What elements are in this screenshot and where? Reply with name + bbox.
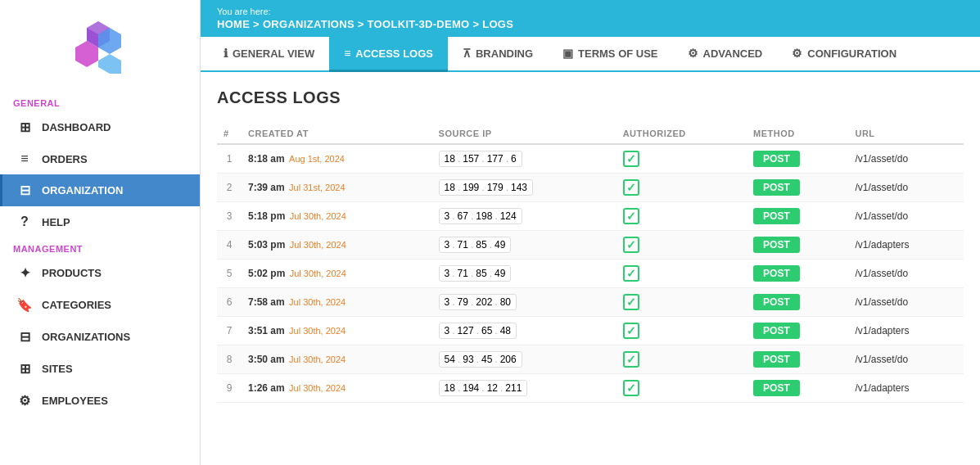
ip-part: 202 bbox=[476, 296, 492, 308]
row-created-at: 1:26 am Jul 30th, 2024 bbox=[242, 374, 432, 403]
row-authorized: ✓ bbox=[616, 174, 747, 202]
ip-part: 3 bbox=[445, 296, 450, 308]
ip-part: 206 bbox=[500, 354, 517, 365]
ip-display: 3.67.198.124 bbox=[439, 208, 522, 224]
row-created-at: 8:18 am Aug 1st, 2024 bbox=[242, 144, 432, 174]
row-source-ip: 18.199.179.143 bbox=[432, 174, 616, 202]
row-method: POST bbox=[747, 174, 848, 202]
sidebar-item-organization[interactable]: ⊟ ORGANIZATION bbox=[0, 174, 200, 206]
ip-dot: . bbox=[495, 325, 497, 336]
sidebar-item-orders[interactable]: ≡ ORDERS bbox=[0, 143, 200, 174]
ip-dot: . bbox=[452, 268, 454, 279]
ip-part: 79 bbox=[458, 296, 468, 308]
row-source-ip: 18.157.177.6 bbox=[432, 144, 616, 174]
row-num: 5 bbox=[217, 260, 242, 288]
row-created-at: 7:58 am Jul 30th, 2024 bbox=[242, 288, 432, 317]
ip-part: 3 bbox=[445, 325, 450, 336]
row-source-ip: 54.93.45.206 bbox=[432, 345, 616, 374]
help-icon: ? bbox=[16, 214, 34, 229]
sidebar-item-employees[interactable]: ⚙ EMPLOYEES bbox=[0, 385, 200, 417]
date-value: Jul 30th, 2024 bbox=[290, 240, 346, 250]
row-url: /v1/asset/do bbox=[848, 202, 964, 231]
sidebar-item-products[interactable]: ✦ PRODUCTS bbox=[0, 257, 200, 289]
method-badge: POST bbox=[753, 237, 800, 253]
svg-marker-3 bbox=[98, 54, 121, 74]
authorized-check: ✓ bbox=[623, 351, 639, 368]
logo bbox=[0, 0, 200, 92]
tab-advanced[interactable]: ⚙ ADVANCED bbox=[673, 37, 778, 72]
sidebar-item-dashboard[interactable]: ⊞ DASHBOARD bbox=[0, 111, 200, 143]
authorized-check: ✓ bbox=[623, 380, 639, 396]
ip-part: 198 bbox=[476, 210, 492, 222]
ip-part: 67 bbox=[458, 210, 468, 222]
tab-terms-of-use[interactable]: ▣ TERMS OF USE bbox=[548, 37, 673, 72]
row-num: 8 bbox=[217, 345, 242, 374]
ip-part: 177 bbox=[487, 153, 504, 165]
row-method: POST bbox=[747, 202, 848, 231]
authorized-check: ✓ bbox=[623, 151, 639, 167]
breadcrumb-path: HOME > ORGANIZATIONS > TOOLKIT-3D-DEMO >… bbox=[217, 18, 964, 30]
ip-display: 18.194.12.211 bbox=[439, 380, 528, 396]
tab-configuration[interactable]: ⚙ CONFIGURATION bbox=[777, 37, 911, 72]
ip-display: 3.127.65.48 bbox=[439, 323, 517, 339]
ip-dot: . bbox=[495, 296, 497, 308]
row-created-at: 3:50 am Jul 30th, 2024 bbox=[242, 345, 432, 374]
advanced-icon: ⚙ bbox=[688, 47, 698, 60]
terms-icon: ▣ bbox=[562, 47, 573, 60]
ip-part: 49 bbox=[495, 239, 505, 251]
sidebar-item-help[interactable]: ? HELP bbox=[0, 206, 200, 237]
sidebar: GENERAL ⊞ DASHBOARD ≡ ORDERS ⊟ ORGANIZAT… bbox=[0, 0, 201, 465]
authorized-check: ✓ bbox=[623, 208, 639, 224]
time-value: 1:26 am bbox=[248, 382, 285, 394]
row-num: 1 bbox=[217, 144, 242, 174]
row-created-at: 5:02 pm Jul 30th, 2024 bbox=[242, 260, 432, 288]
ip-display: 3.71.85.49 bbox=[439, 265, 512, 282]
table-row: 67:58 am Jul 30th, 20243.79.202.80✓POST/… bbox=[217, 288, 964, 317]
row-num: 4 bbox=[217, 231, 242, 260]
ip-part: 211 bbox=[505, 382, 522, 394]
time-value: 3:50 am bbox=[248, 354, 285, 365]
ip-dot: . bbox=[458, 153, 460, 165]
authorized-check: ✓ bbox=[623, 265, 639, 282]
row-url: /v1/asset/do bbox=[848, 144, 964, 174]
tab-access-logs[interactable]: ≡ ACCESS LOGS bbox=[329, 37, 448, 72]
sidebar-item-categories[interactable]: 🔖 CATEGORIES bbox=[0, 289, 200, 321]
ip-dot: . bbox=[481, 153, 484, 165]
date-value: Jul 30th, 2024 bbox=[290, 269, 346, 278]
ip-part: 179 bbox=[487, 182, 504, 193]
sidebar-item-organizations[interactable]: ⊟ ORGANIZATIONS bbox=[0, 321, 200, 353]
date-value: Jul 30th, 2024 bbox=[289, 326, 345, 336]
ip-dot: . bbox=[495, 354, 497, 365]
ip-part: 6 bbox=[511, 153, 517, 165]
ip-dot: . bbox=[500, 382, 503, 394]
page-content: ACCESS LOGS # CREATED AT SOURCE IP AUTHO… bbox=[201, 72, 980, 465]
method-badge: POST bbox=[753, 294, 800, 310]
ip-part: 80 bbox=[500, 296, 511, 308]
tab-branding[interactable]: ⊼ BRANDING bbox=[448, 37, 548, 72]
row-method: POST bbox=[747, 288, 848, 317]
ip-dot: . bbox=[452, 239, 454, 251]
ip-part: 127 bbox=[458, 325, 474, 336]
table-row: 83:50 am Jul 30th, 202454.93.45.206✓POST… bbox=[217, 345, 964, 374]
ip-dot: . bbox=[452, 296, 454, 308]
sidebar-item-sites[interactable]: ⊞ SITES bbox=[0, 353, 200, 385]
employees-icon: ⚙ bbox=[16, 393, 34, 409]
date-value: Jul 30th, 2024 bbox=[289, 383, 345, 393]
ip-display: 3.79.202.80 bbox=[439, 294, 517, 310]
col-header-url: URL bbox=[848, 124, 964, 144]
date-value: Aug 1st, 2024 bbox=[289, 154, 345, 164]
ip-part: 3 bbox=[445, 268, 450, 279]
ip-dot: . bbox=[476, 354, 479, 365]
col-header-created-at: CREATED AT bbox=[242, 124, 432, 144]
row-method: POST bbox=[747, 374, 848, 403]
tab-general-view[interactable]: ℹ GENERAL VIEW bbox=[209, 37, 329, 72]
table-row: 55:02 pm Jul 30th, 20243.71.85.49✓POST/v… bbox=[217, 260, 964, 288]
row-url: /v1/adapters bbox=[848, 231, 964, 260]
row-created-at: 5:03 pm Jul 30th, 2024 bbox=[242, 231, 432, 260]
row-num: 7 bbox=[217, 317, 242, 345]
date-value: Jul 30th, 2024 bbox=[289, 354, 345, 364]
row-url: /v1/adapters bbox=[848, 374, 964, 403]
ip-part: 71 bbox=[458, 239, 468, 251]
ip-part: 199 bbox=[463, 182, 479, 193]
date-value: Jul 30th, 2024 bbox=[289, 297, 345, 307]
